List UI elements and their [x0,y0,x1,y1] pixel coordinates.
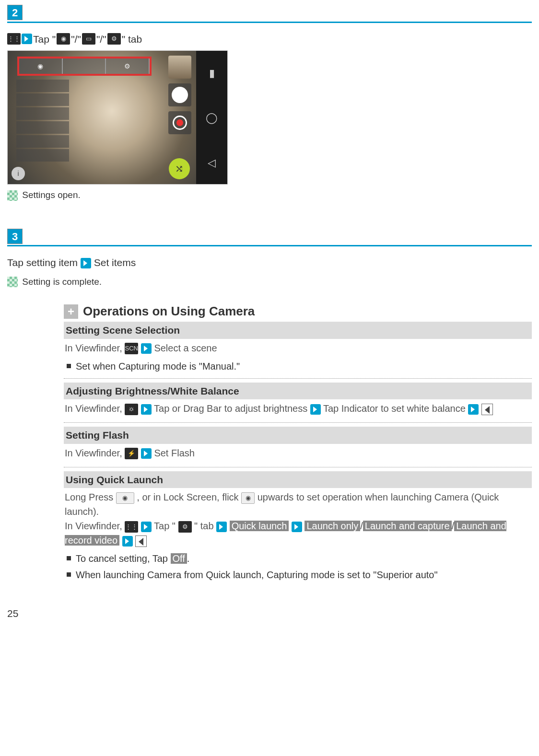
arrow-icon [141,404,152,415]
bullet: When launching Camera from Quick launch,… [64,568,532,582]
step-3: 3 Tap setting item Set items Setting is … [7,229,532,289]
quick-launch-button[interactable]: Quick launch [230,521,289,531]
arrow-icon [141,522,152,532]
section-title: Adjusting Brightness/White Balance [64,383,532,400]
launch-and-capture-button[interactable]: Launch and capture [363,521,452,531]
text: Set items [94,257,136,268]
section-quick-launch: Using Quick Launch Long Press ◉ , or in … [64,471,532,587]
off-button[interactable]: Off [171,553,187,564]
operations-heading: + Operations on Using Camera [64,302,532,321]
camera-flick-icon: ◉ [241,492,255,504]
settings-icon: ⋮⋮ [7,33,21,45]
plus-icon: + [64,304,78,319]
step-badge-3: 3 [7,229,23,244]
section-scene-selection: Setting Scene Selection In Viewfinder, S… [64,322,532,379]
arrow-icon [122,536,133,547]
camera-tab-icon: ◉ [57,33,70,45]
scn-icon: SCN [125,343,138,354]
step-2: 2 ⋮⋮ Tap " ◉ "/" ▭ "/" ⚙ " tab ◉⚙ ⤭ i ▮◯… [7,5,532,202]
step-2-instruction: ⋮⋮ Tap " ◉ "/" ▭ "/" ⚙ " tab [7,32,532,47]
operations-block: Setting Scene Selection In Viewfinder, S… [64,322,532,587]
step-3-instruction: Tap setting item Set items [7,255,532,270]
text: "/" [71,32,81,47]
bullet: To cancel setting, Tap Off. [64,551,532,566]
bullet-icon [67,572,71,577]
step-2-result: Settings open. [7,188,532,202]
section-body: In Viewfinder, ⛭ Tap or Drag Bar to adju… [64,399,532,418]
result-marker-icon [7,190,18,201]
settings-icon: ⋮⋮ [125,521,138,533]
arrow-icon [468,404,479,415]
section-title: Setting Flash [64,427,532,444]
step-rule [7,22,532,23]
page-number: 25 [7,606,532,621]
flash-icon: ⚡ [125,448,138,459]
camera-key-icon: ◉ [116,492,134,504]
section-title: Setting Scene Selection [64,322,532,339]
gear-tab-icon: ⚙ [107,33,121,45]
brightness-icon: ⛭ [125,404,138,415]
camera-settings-screenshot: ◉⚙ ⤭ i ▮◯◁ [7,50,228,185]
section-title: Using Quick Launch [64,471,532,488]
text: "/" [96,32,106,47]
back-icon [481,404,493,415]
text: " tab [122,32,142,47]
heading-text: Operations on Using Camera [83,302,255,321]
section-body: In Viewfinder, SCN Select a scene [64,339,532,357]
video-tab-icon: ▭ [82,33,95,45]
text: Tap " [33,32,56,47]
step-badge-2: 2 [7,5,23,20]
section-body: Long Press ◉ , or in Lock Screen, flick … [64,488,532,549]
bullet-icon [67,556,71,560]
result-text: Settings open. [22,190,80,200]
bullet: Set when Capturing mode is "Manual." [64,359,532,373]
section-body: In Viewfinder, ⚡ Set Flash [64,444,532,462]
arrow-icon [141,343,152,354]
arrow-icon [81,258,91,268]
arrow-icon [292,522,302,532]
arrow-icon [22,34,32,44]
text: Tap setting item [7,257,78,268]
section-brightness-wb: Adjusting Brightness/White Balance In Vi… [64,383,532,423]
result-marker-icon [7,277,18,287]
arrow-icon [310,404,321,415]
launch-only-button[interactable]: Launch only [305,521,360,531]
arrow-icon [216,522,227,532]
result-text: Setting is complete. [22,277,102,287]
section-flash: Setting Flash In Viewfinder, ⚡ Set Flash [64,427,532,467]
step-3-result: Setting is complete. [7,275,532,289]
step-rule [7,245,532,246]
back-icon [135,535,147,547]
gear-tab-icon: ⚙ [178,521,192,533]
bullet-icon [67,364,71,368]
arrow-icon [141,448,152,459]
